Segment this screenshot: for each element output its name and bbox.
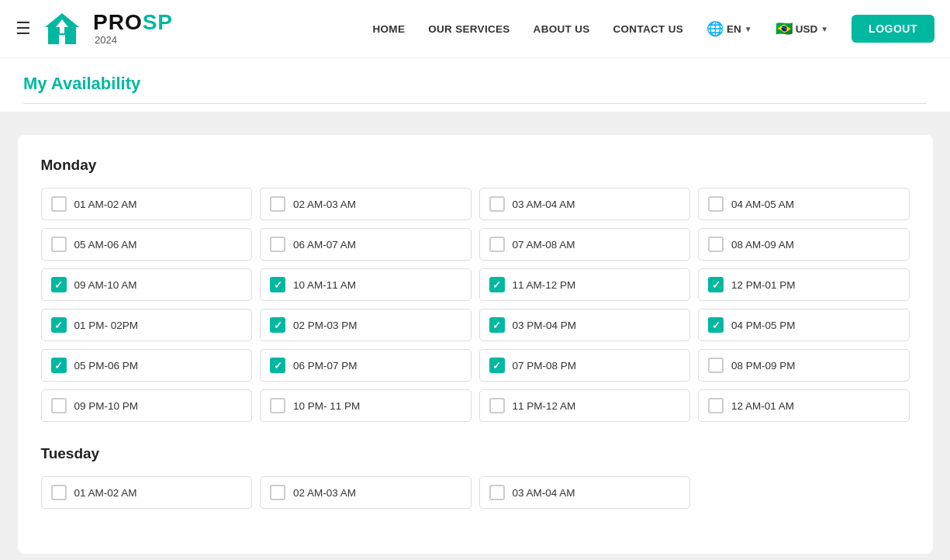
time-slot-label: 09 AM-10 AM <box>74 279 137 291</box>
time-slot-checkbox[interactable] <box>51 237 67 252</box>
time-slot[interactable]: 04 PM-05 PM <box>698 309 910 341</box>
time-slot[interactable]: 12 AM-01 AM <box>698 389 910 422</box>
time-slot-checkbox[interactable] <box>270 358 285 373</box>
time-slot-checkbox[interactable] <box>51 398 67 413</box>
time-slot-checkbox[interactable] <box>51 317 67 333</box>
time-slot-label: 02 AM-03 AM <box>293 487 356 499</box>
time-slot-label: 02 PM-03 PM <box>293 320 358 331</box>
currency-label: USD <box>796 23 818 35</box>
time-slot-label: 11 PM-12 AM <box>513 400 576 412</box>
time-slot-checkbox[interactable] <box>708 237 724 252</box>
time-slot-checkbox[interactable] <box>489 358 505 373</box>
time-slot[interactable]: 11 PM-12 AM <box>479 389 691 422</box>
time-slot[interactable]: 03 AM-04 AM <box>479 188 691 220</box>
page-title: My Availability <box>23 74 927 104</box>
time-slot[interactable]: 01 AM-02 AM <box>41 476 253 509</box>
time-slot[interactable]: 02 AM-03 AM <box>260 476 472 509</box>
time-slot[interactable]: 12 PM-01 PM <box>698 268 910 301</box>
time-slot-label: 03 AM-04 AM <box>513 487 575 499</box>
day-title-tuesday: Tuesday <box>41 445 910 462</box>
hamburger-menu-icon[interactable]: ☰ <box>16 19 31 39</box>
nav-our-services[interactable]: OUR SERVICES <box>428 23 510 35</box>
time-slot-checkbox[interactable] <box>51 358 67 373</box>
time-slot[interactable]: 02 AM-03 AM <box>260 188 472 220</box>
time-slot-label: 11 AM-12 PM <box>513 279 576 291</box>
time-slot-checkbox[interactable] <box>270 196 285 212</box>
time-slot-checkbox[interactable] <box>51 277 67 292</box>
logout-button[interactable]: LOGOUT <box>852 15 934 43</box>
time-slot[interactable]: 11 AM-12 PM <box>479 268 691 301</box>
availability-card: Monday01 AM-02 AM02 AM-03 AM03 AM-04 AM0… <box>18 135 933 554</box>
time-slot[interactable]: 06 PM-07 PM <box>260 349 472 382</box>
time-slot[interactable]: 08 PM-09 PM <box>698 349 910 382</box>
time-slot-checkbox[interactable] <box>270 237 285 252</box>
time-slot-checkbox[interactable] <box>489 485 505 500</box>
time-slot-checkbox[interactable] <box>708 196 724 212</box>
time-slot-checkbox[interactable] <box>489 237 505 252</box>
time-slot[interactable]: 03 PM-04 PM <box>479 309 691 341</box>
page-header: My Availability <box>0 58 950 112</box>
header: ☰ PROSP 2024 HOME OUR SERVICES ABOUT US … <box>0 0 950 58</box>
time-slot[interactable]: 10 PM- 11 PM <box>260 389 472 422</box>
time-slot[interactable]: 08 AM-09 AM <box>698 228 910 261</box>
day-section-monday: Monday01 AM-02 AM02 AM-03 AM03 AM-04 AM0… <box>41 157 910 422</box>
time-slot[interactable]: 07 PM-08 PM <box>479 349 691 382</box>
time-slot-label: 12 PM-01 PM <box>731 279 796 291</box>
time-slot[interactable]: 09 PM-10 PM <box>41 389 253 422</box>
time-slot[interactable]: 05 AM-06 AM <box>41 228 253 261</box>
time-slot-checkbox[interactable] <box>270 317 285 333</box>
time-slot-label: 03 AM-04 AM <box>513 199 575 210</box>
time-slot[interactable]: 05 PM-06 PM <box>41 349 253 382</box>
time-grid-monday: 01 AM-02 AM02 AM-03 AM03 AM-04 AM04 AM-0… <box>41 188 910 422</box>
time-slot-label: 08 AM-09 AM <box>731 239 794 251</box>
time-slot[interactable]: 01 AM-02 AM <box>41 188 253 220</box>
time-slot-label: 01 PM- 02PM <box>74 320 139 331</box>
logo-icon <box>42 9 82 49</box>
time-slot[interactable]: 01 PM- 02PM <box>41 309 253 341</box>
time-slot-checkbox[interactable] <box>489 277 505 292</box>
time-slot-checkbox[interactable] <box>489 196 505 212</box>
currency-chevron-icon: ▼ <box>820 25 828 33</box>
time-slot[interactable]: 06 AM-07 AM <box>260 228 472 261</box>
nav-about-us[interactable]: ABOUT US <box>534 23 590 35</box>
time-slot[interactable]: 02 PM-03 PM <box>260 309 472 341</box>
svg-rect-2 <box>59 35 65 44</box>
language-label: EN <box>727 23 741 35</box>
time-slot[interactable]: 03 AM-04 AM <box>479 476 691 509</box>
time-slot-label: 06 PM-07 PM <box>293 360 358 372</box>
time-slot-checkbox[interactable] <box>489 398 505 413</box>
time-slot-checkbox[interactable] <box>270 485 285 500</box>
time-slot-label: 10 AM-11 AM <box>293 279 356 291</box>
time-slot-checkbox[interactable] <box>270 277 285 292</box>
main-area: Monday01 AM-02 AM02 AM-03 AM03 AM-04 AM0… <box>0 112 950 560</box>
time-slot[interactable]: 07 AM-08 AM <box>479 228 691 261</box>
time-slot[interactable]: 10 AM-11 AM <box>260 268 472 301</box>
time-slot-label: 05 AM-06 AM <box>74 239 137 251</box>
header-nav: HOME OUR SERVICES ABOUT US CONTACT US 🌐 … <box>373 15 934 43</box>
time-slot-checkbox[interactable] <box>270 398 285 413</box>
header-left: ☰ PROSP 2024 <box>16 9 173 49</box>
nav-home[interactable]: HOME <box>373 23 406 35</box>
currency-selector[interactable]: 🇧🇷 USD ▼ <box>776 20 828 37</box>
time-slot-label: 08 PM-09 PM <box>731 360 796 372</box>
time-slot[interactable]: 09 AM-10 AM <box>41 268 253 301</box>
time-slot-label: 01 AM-02 AM <box>74 487 137 499</box>
time-slot-label: 07 AM-08 AM <box>513 239 575 251</box>
time-slot-checkbox[interactable] <box>708 277 724 292</box>
time-slot-checkbox[interactable] <box>51 485 67 500</box>
time-slot[interactable]: 04 AM-05 AM <box>698 188 910 220</box>
time-slot-label: 01 AM-02 AM <box>74 199 137 210</box>
time-slot-label: 04 PM-05 PM <box>731 320 796 331</box>
language-selector[interactable]: 🌐 EN ▼ <box>706 20 752 37</box>
time-slot-label: 03 PM-04 PM <box>513 320 577 331</box>
time-slot-checkbox[interactable] <box>708 358 724 373</box>
time-slot-checkbox[interactable] <box>708 398 724 413</box>
time-slot-checkbox[interactable] <box>489 317 505 333</box>
time-slot-label: 07 PM-08 PM <box>513 360 577 372</box>
time-slot-label: 04 AM-05 AM <box>731 199 794 210</box>
time-slot-label: 09 PM-10 PM <box>74 400 139 412</box>
time-slot-checkbox[interactable] <box>708 317 724 333</box>
logo-pro: PROSP <box>93 10 173 34</box>
time-slot-checkbox[interactable] <box>51 196 67 212</box>
nav-contact-us[interactable]: CONTACT US <box>613 23 684 35</box>
